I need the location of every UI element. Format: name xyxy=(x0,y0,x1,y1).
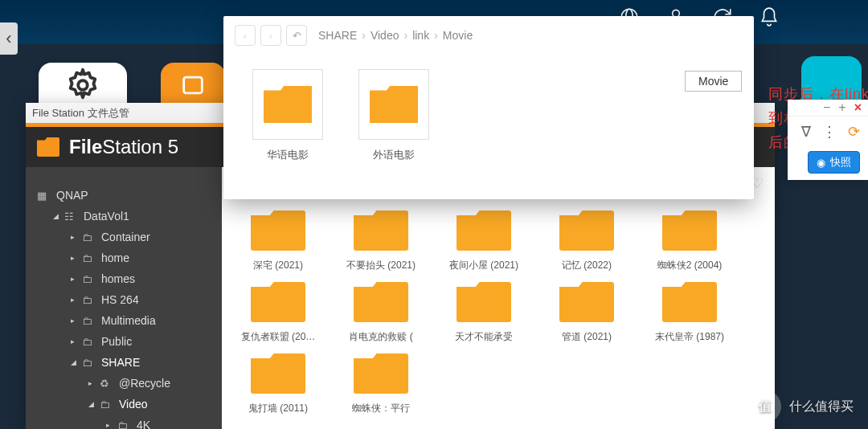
folder-icon xyxy=(662,282,717,322)
folder-label: 夜间小屋 (2021) xyxy=(444,259,524,272)
close-button[interactable]: × xyxy=(854,100,862,115)
app-title: FileStation 5 xyxy=(69,136,178,158)
popup-window: ‹ › ↶ SHARE› Video› link› Movie 华语电影 外语电… xyxy=(223,16,754,199)
folder-label: 不要抬头 (2021) xyxy=(341,259,421,272)
folder-icon xyxy=(457,210,511,251)
more-icon[interactable]: ⋮ xyxy=(822,123,837,141)
window-controls: − + × xyxy=(788,100,868,116)
tree-item[interactable]: ▸🗀Public xyxy=(26,331,222,352)
tree-item-share[interactable]: ◢🗀SHARE xyxy=(26,352,222,373)
folder-label: 华语电影 xyxy=(267,148,309,162)
tree-item[interactable]: ▸🗀home xyxy=(26,247,222,268)
folder-item[interactable]: 鬼打墙 (2011) xyxy=(238,353,318,415)
folder-item[interactable]: 管道 (2021) xyxy=(547,282,627,344)
back-tab[interactable]: ‹ xyxy=(0,22,18,55)
folder-icon xyxy=(37,137,59,157)
folder-label: 复仇者联盟 (20… xyxy=(238,330,318,344)
minimize-button[interactable]: − xyxy=(823,100,830,115)
folder-label: 鬼打墙 (2011) xyxy=(238,402,318,415)
bell-icon[interactable] xyxy=(759,6,780,33)
tree-root[interactable]: ▦QNAP xyxy=(26,185,222,206)
tree-volume[interactable]: ◢☷DataVol1 xyxy=(26,206,222,227)
folder-item[interactable]: 华语电影 xyxy=(252,69,323,162)
folder-icon xyxy=(354,210,408,251)
crumb[interactable]: Video xyxy=(371,29,399,42)
folder-item[interactable]: 记忆 (2022) xyxy=(547,210,627,272)
folder-icon xyxy=(251,210,305,251)
nav-back-button[interactable]: ‹ xyxy=(235,25,256,46)
folder-tree[interactable]: ▦QNAP ◢☷DataVol1 ▸🗀Container ▸🗀home ▸🗀ho… xyxy=(26,167,222,429)
folder-item[interactable]: 蜘蛛侠2 (2004) xyxy=(649,210,730,272)
svg-rect-5 xyxy=(184,77,203,93)
folder-label: 管道 (2021) xyxy=(547,330,627,344)
watermark-text: 什么值得买 xyxy=(789,398,854,415)
folder-label: 深宅 (2021) xyxy=(238,259,318,272)
secondary-window: − + × ∇ ⋮ ⟳ ◉快照 xyxy=(788,100,868,180)
folder-icon xyxy=(354,282,408,322)
folder-label: 天才不能承受 xyxy=(444,330,524,344)
watermark-badge: 值 xyxy=(749,390,781,423)
folder-item[interactable]: 末代皇帝 (1987) xyxy=(649,282,730,344)
settings-app-icon[interactable] xyxy=(39,63,127,108)
tree-item[interactable]: ▸🗀HS 264 xyxy=(26,289,222,310)
filter-icon[interactable]: ∇ xyxy=(801,123,811,141)
folder-item[interactable]: 不要抬头 (2021) xyxy=(341,210,421,272)
content-pane: ‹ › ↶ SHARE› Video› link› Movie› 外语电影 ♡ … xyxy=(222,167,775,429)
folder-icon xyxy=(559,282,614,322)
popup-grid[interactable]: 华语电影 外语电影 xyxy=(223,50,754,182)
folder-item[interactable]: 深宅 (2021) xyxy=(238,210,318,272)
maximize-button[interactable]: + xyxy=(838,100,845,115)
folder-item[interactable]: 夜间小屋 (2021) xyxy=(444,210,524,272)
tree-recycle[interactable]: ▸♻@Recycle xyxy=(26,373,222,394)
svg-point-4 xyxy=(78,80,88,90)
folder-label: 末代皇帝 (1987) xyxy=(649,330,730,344)
folder-icon xyxy=(354,353,408,394)
folder-item[interactable]: 天才不能承受 xyxy=(444,282,524,344)
folder-label: 蜘蛛侠：平行 xyxy=(341,402,421,415)
nav-fwd-button[interactable]: › xyxy=(260,25,281,46)
folder-icon xyxy=(251,282,305,322)
tree-video[interactable]: ◢🗀Video xyxy=(26,394,222,415)
folder-icon xyxy=(370,86,418,123)
tree-item[interactable]: ▸🗀homes xyxy=(26,268,222,289)
folder-grid[interactable]: 深宅 (2021)不要抬头 (2021)夜间小屋 (2021)记忆 (2022)… xyxy=(222,199,775,429)
folder-item[interactable]: 蜘蛛侠：平行 xyxy=(341,353,421,415)
folder-icon xyxy=(559,210,614,251)
popup-breadcrumb: ‹ › ↶ SHARE› Video› link› Movie xyxy=(223,16,754,50)
refresh-icon[interactable]: ⟳ xyxy=(848,123,860,141)
folder-item[interactable]: 复仇者联盟 (20… xyxy=(238,282,318,344)
tree-4k[interactable]: ▸🗀4K xyxy=(26,415,222,429)
crumb[interactable]: SHARE xyxy=(318,29,357,42)
tooltip: Movie xyxy=(685,71,742,92)
crumb[interactable]: link xyxy=(412,29,429,42)
folder-icon xyxy=(264,86,312,123)
crumb-current[interactable]: Movie xyxy=(443,29,473,42)
tree-item[interactable]: ▸🗀Multimedia xyxy=(26,310,222,331)
folder-icon xyxy=(457,282,511,322)
filestation-app-icon[interactable] xyxy=(161,63,225,108)
nav-up-button[interactable]: ↶ xyxy=(286,25,307,46)
tree-item[interactable]: ▸🗀Container xyxy=(26,227,222,247)
folder-label: 肖电克的救赎 ( xyxy=(341,330,421,344)
folder-item[interactable]: 外语电影 xyxy=(358,69,429,162)
folder-icon xyxy=(662,210,717,251)
watermark: 值 什么值得买 xyxy=(749,390,854,423)
snapshot-button[interactable]: ◉快照 xyxy=(808,151,860,174)
folder-label: 记忆 (2022) xyxy=(547,259,627,272)
folder-item[interactable]: 肖电克的救赎 ( xyxy=(341,282,421,344)
folder-icon xyxy=(251,353,305,394)
folder-label: 蜘蛛侠2 (2004) xyxy=(649,259,730,272)
folder-label: 外语电影 xyxy=(373,148,415,162)
